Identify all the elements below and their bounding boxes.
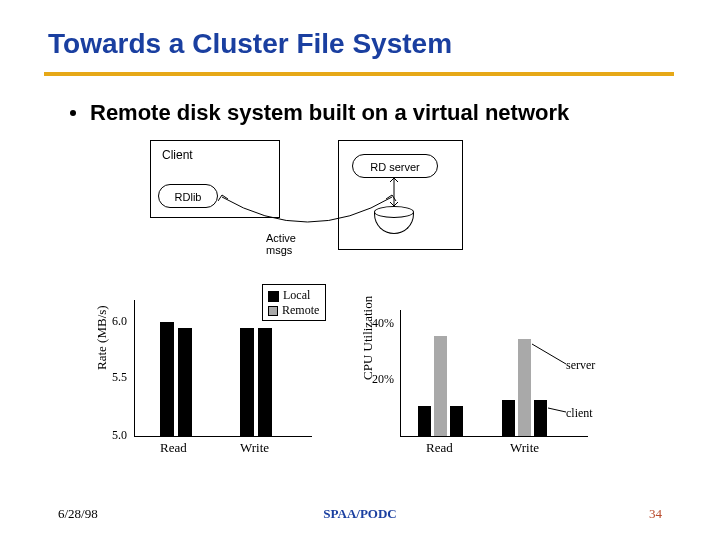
rate-tick-2: 5.0 (112, 428, 127, 443)
cpu-chart: CPU Utilization 40% 20% Read Write serve… (374, 288, 604, 453)
active-msgs-label: Active msgs (266, 232, 296, 256)
bullet-item: Remote disk system built on a virtual ne… (70, 100, 569, 126)
rate-bar-write-local (240, 328, 254, 436)
cpu-bar-write-local (502, 400, 515, 436)
footer-page-number: 34 (649, 506, 662, 522)
active-msgs-line2: msgs (266, 244, 292, 256)
rate-cat-write: Write (240, 440, 269, 456)
cpu-tick-0: 40% (372, 316, 394, 331)
cpu-bar-read-local (418, 406, 431, 436)
cpu-bar-write-remote-client (534, 400, 547, 436)
architecture-diagram: Client RDlib RD server Active msgs (120, 140, 500, 270)
client-pointer-icon (548, 406, 568, 416)
footer-venue: SPAA/PODC (0, 506, 720, 522)
cpu-bar-write-remote-server (518, 339, 531, 436)
slide: Towards a Cluster File System Remote dis… (0, 0, 720, 540)
client-label: Client (162, 148, 193, 162)
rate-cat-read: Read (160, 440, 187, 456)
cpu-xaxis (400, 436, 588, 437)
rate-bar-read-remote (178, 328, 192, 436)
bullet-dot-icon (70, 110, 76, 116)
rdserver-box: RD server (352, 154, 438, 178)
cpu-ylabel: CPU Utilization (360, 296, 376, 380)
rate-tick-0: 6.0 (112, 314, 127, 329)
cpu-yaxis (400, 310, 401, 436)
mini-label-client: client (566, 406, 593, 421)
svg-line-1 (532, 344, 566, 364)
rate-yaxis (134, 300, 135, 436)
slide-title: Towards a Cluster File System (48, 28, 452, 60)
rate-tick-1: 5.5 (112, 370, 127, 385)
server-pointer-icon (532, 340, 568, 368)
cpu-bar-read-remote-client (450, 406, 463, 436)
rdlib-box: RDlib (158, 184, 218, 208)
rate-chart: Rate (MB/s) 6.0 5.5 5.0 Read Write (112, 288, 322, 453)
cpu-cat-write: Write (510, 440, 539, 456)
cpu-tick-1: 20% (372, 372, 394, 387)
rate-bar-write-remote (258, 328, 272, 436)
active-msgs-line1: Active (266, 232, 296, 244)
cpu-cat-read: Read (426, 440, 453, 456)
cpu-bar-read-remote-server (434, 336, 447, 436)
mini-label-server: server (566, 358, 595, 373)
active-msgs-arc-icon (218, 189, 398, 237)
bullet-text: Remote disk system built on a virtual ne… (90, 100, 569, 125)
rate-ylabel: Rate (MB/s) (94, 305, 110, 370)
rate-xaxis (134, 436, 312, 437)
svg-line-2 (548, 408, 566, 412)
rate-bar-read-local (160, 322, 174, 436)
charts-area: Local Remote Rate (MB/s) 6.0 5.5 5.0 Rea… (112, 288, 612, 478)
title-underline (44, 72, 674, 76)
